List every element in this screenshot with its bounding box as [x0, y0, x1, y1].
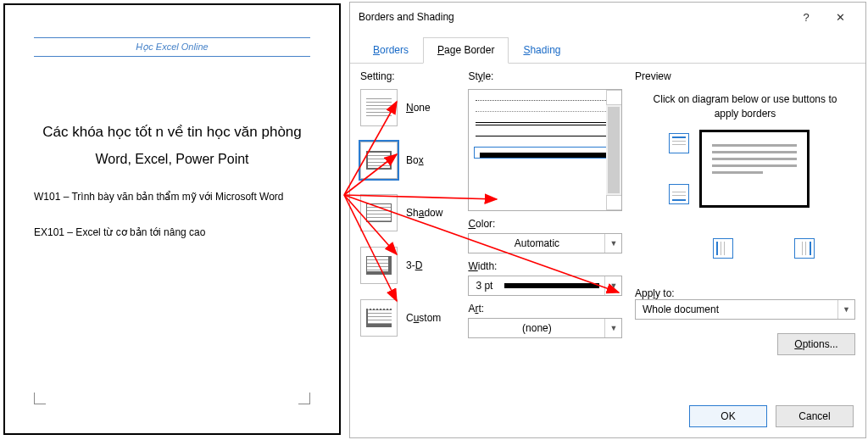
width-label: Width:: [468, 260, 623, 272]
color-value: Automatic: [469, 237, 604, 249]
tab-shading[interactable]: Shading: [509, 37, 575, 64]
borders-shading-dialog: Borders and Shading ? ✕ Borders Page Bor…: [349, 2, 866, 438]
scroll-thumb[interactable]: [608, 107, 620, 193]
setting-label: Setting:: [360, 70, 456, 82]
header-rule-top: [34, 37, 310, 38]
preview-area: [635, 130, 855, 274]
style-option-dotted[interactable]: [476, 100, 615, 101]
edge-left-button[interactable]: [713, 238, 733, 259]
svg-rect-4: [672, 192, 686, 192]
help-button[interactable]: ?: [789, 11, 823, 24]
style-listbox[interactable]: ▲ ▼: [468, 89, 622, 211]
style-option-double[interactable]: [476, 122, 615, 125]
svg-rect-8: [724, 242, 725, 255]
svg-rect-2: [672, 144, 686, 145]
setting-column: Setting: None Box Shadow 3-D Custom: [360, 70, 456, 395]
color-combo[interactable]: Automatic ▼: [468, 233, 622, 253]
dialog-footer: OK Cancel: [350, 395, 865, 437]
edge-right-button[interactable]: [794, 238, 815, 259]
style-column: Style: ▲ ▼ Color: Automatic ▼ Width:: [468, 70, 623, 395]
apply-to-combo[interactable]: Whole document ▼: [635, 299, 855, 320]
ok-button[interactable]: OK: [689, 405, 767, 427]
setting-custom-icon: [360, 299, 398, 337]
svg-rect-11: [805, 242, 806, 255]
edge-bottom-button[interactable]: [669, 184, 689, 204]
close-button[interactable]: ✕: [823, 11, 857, 24]
setting-box[interactable]: Box: [360, 142, 456, 179]
apply-to-label: Apply to:: [635, 287, 855, 299]
art-value: (none): [469, 322, 604, 334]
options-button[interactable]: Options...: [777, 333, 855, 355]
preview-column: Preview Click on diagram below or use bu…: [635, 70, 855, 395]
style-option-selected[interactable]: [474, 147, 616, 159]
width-combo[interactable]: 3 pt ▼: [468, 276, 622, 296]
doc-paragraph-2: EX101 – Excel từ cơ bản tới nâng cao: [34, 226, 310, 238]
chevron-down-icon: ▼: [604, 234, 621, 253]
setting-box-icon: [360, 142, 398, 179]
setting-shadow[interactable]: Shadow: [360, 194, 456, 231]
chevron-down-icon: ▼: [837, 300, 854, 319]
setting-3d[interactable]: 3-D: [360, 247, 456, 284]
header-rule-bottom: [34, 56, 310, 57]
svg-rect-1: [672, 141, 686, 142]
svg-rect-5: [672, 195, 686, 196]
doc-paragraph-1: W101 – Trình bày văn bản thẩm mỹ với Mic…: [34, 191, 310, 203]
style-label: Style:: [468, 70, 623, 82]
svg-rect-0: [672, 136, 686, 138]
chevron-down-icon: ▼: [604, 319, 621, 337]
style-option-dotted-light[interactable]: [476, 111, 615, 112]
doc-title-line1: Các khóa học tốt n về tin học văn phòng: [34, 121, 310, 143]
tab-bar: Borders Page Border Shading: [350, 31, 865, 64]
style-scrollbar[interactable]: ▲ ▼: [606, 90, 621, 210]
art-label: Art:: [468, 303, 623, 315]
cancel-button[interactable]: Cancel: [776, 405, 854, 427]
setting-3d-icon: [360, 247, 398, 284]
chevron-down-icon: ▼: [604, 276, 621, 295]
preview-hint: Click on diagram below or use buttons to…: [652, 92, 838, 121]
doc-title-line2: Word, Excel, Power Point: [34, 152, 310, 167]
preview-label: Preview: [635, 70, 855, 82]
color-label: Color:: [468, 218, 623, 230]
svg-rect-10: [802, 242, 803, 255]
svg-rect-3: [672, 199, 686, 201]
svg-rect-7: [721, 242, 721, 255]
dialog-title: Borders and Shading: [359, 11, 789, 23]
apply-to-value: Whole document: [636, 304, 837, 315]
dialog-titlebar: Borders and Shading ? ✕: [350, 3, 865, 31]
style-option-thin[interactable]: [476, 136, 615, 136]
crop-mark-br: [298, 393, 310, 404]
crop-mark-bl: [34, 393, 46, 404]
preview-page[interactable]: [699, 130, 810, 208]
page-header-title: Học Excel Online: [34, 42, 310, 53]
setting-shadow-icon: [360, 194, 398, 231]
svg-rect-9: [810, 242, 811, 255]
tab-page-border[interactable]: Page Border: [423, 37, 509, 64]
width-sample-icon: [504, 283, 599, 288]
svg-rect-6: [716, 242, 718, 255]
scroll-up-icon[interactable]: ▲: [606, 90, 622, 105]
word-page-preview: Học Excel Online Các khóa học tốt n về t…: [3, 3, 341, 435]
tab-borders[interactable]: Borders: [359, 37, 423, 64]
setting-none[interactable]: None: [360, 89, 456, 126]
setting-none-icon: [360, 89, 398, 126]
setting-custom[interactable]: Custom: [360, 299, 456, 337]
width-value: 3 pt: [469, 280, 504, 292]
scroll-down-icon[interactable]: ▼: [606, 195, 622, 210]
edge-top-button[interactable]: [669, 133, 689, 153]
art-combo[interactable]: (none) ▼: [468, 318, 622, 338]
